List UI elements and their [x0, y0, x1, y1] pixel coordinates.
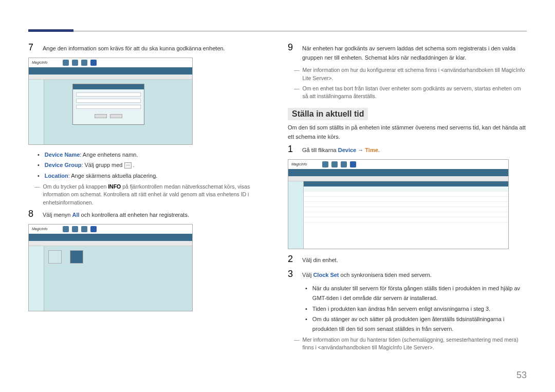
- note-time-text: Mer information om hur du hanterar tiden…: [303, 336, 527, 352]
- s1a: Gå till flikarna: [302, 147, 338, 153]
- text-device-group-b: .: [132, 162, 135, 168]
- step-7: 7 Ange den information som krävs för att…: [28, 43, 267, 53]
- left-column: 7 Ange den information som krävs för att…: [28, 25, 267, 354]
- s3b: Clock Set: [313, 272, 339, 278]
- header-accent: [28, 29, 73, 32]
- sb3: Om du stänger av och sätter på produkten…: [312, 314, 527, 333]
- note-info: Om du trycker på knappen INFO på fjärrko…: [28, 183, 267, 207]
- s1d: Time: [365, 147, 378, 153]
- step-text: Välj Clock Set och synkronisera tiden me…: [302, 269, 527, 280]
- section-heading: Ställa in aktuell tid: [288, 108, 368, 120]
- step8-b: All: [72, 212, 79, 218]
- bullet-location: Location: Ange skärmens aktuella placeri…: [28, 171, 267, 181]
- note-info-b: INFO: [108, 183, 121, 190]
- ellipsis-icon: ⋯: [124, 162, 132, 169]
- step-number: 3: [288, 269, 296, 279]
- note-schema: Mer information om hur du konfigurerar e…: [288, 66, 527, 83]
- page-number: 53: [516, 370, 527, 381]
- sb1: När du ansluter till servern för första …: [312, 284, 527, 303]
- text-device-group-a: : Välj grupp med: [81, 162, 124, 168]
- text-device-name: : Ange enhetens namn.: [80, 152, 138, 158]
- bullet-device-group: Device Group: Välj grupp med ⋯ .: [28, 160, 267, 170]
- step-3: 3 Välj Clock Set och synkronisera tiden …: [288, 269, 527, 280]
- s1b: Device: [338, 147, 356, 153]
- step-8: 8 Välj menyn All och kontrollera att enh…: [28, 209, 267, 220]
- s1e: .: [378, 147, 380, 153]
- sb2: Tiden i produkten kan ändras från server…: [312, 304, 490, 314]
- step-text: Gå till flikarna Device → Time.: [302, 144, 527, 155]
- sub-bullet-3: Om du stänger av och sätter på produkten…: [288, 314, 527, 333]
- sub-bullet-1: När du ansluter till servern för första …: [288, 284, 527, 303]
- step-2: 2 Välj din enhet.: [288, 254, 527, 265]
- note-remove: Om en enhet tas bort från listan över en…: [288, 85, 527, 101]
- step-text: Välj din enhet.: [302, 254, 527, 265]
- screenshot-approve: MagicInfo: [28, 58, 193, 145]
- right-column: 9 När enheten har godkänts av servern la…: [288, 25, 527, 354]
- ss-brand: MagicInfo: [32, 61, 47, 64]
- label-device-name: Device Name: [45, 152, 80, 158]
- step-number: 2: [288, 254, 296, 265]
- ss-brand: MagicInfo: [32, 227, 47, 231]
- note-info-a: Om du trycker på knappen: [43, 183, 108, 190]
- s3c: och synkronisera tiden med servern.: [339, 272, 432, 278]
- section-intro: Om den tid som ställts in på enheten int…: [288, 123, 527, 141]
- screenshot-time: MagicInfo: [288, 159, 509, 249]
- step-1: 1 Gå till flikarna Device → Time.: [288, 144, 527, 155]
- bullet-device-name: Device Name: Ange enhetens namn.: [28, 150, 267, 160]
- label-device-group: Device Group: [45, 162, 82, 168]
- note-remove-text: Om en enhet tas bort från listan över en…: [303, 85, 527, 101]
- step-number: 9: [288, 43, 296, 53]
- step-number: 1: [288, 144, 296, 155]
- s3a: Välj: [302, 272, 313, 278]
- page-body: 7 Ange den information som krävs för att…: [0, 0, 555, 364]
- step-text: När enheten har godkänts av servern ladd…: [302, 43, 527, 62]
- screenshot-all: MagicInfo: [28, 224, 193, 311]
- note-time: Mer information om hur du hanterar tiden…: [288, 336, 527, 352]
- s1c: →: [356, 147, 365, 153]
- note-schema-text: Mer information om hur du konfigurerar e…: [303, 66, 527, 83]
- step8-c: och kontrollera att enheten har registre…: [80, 212, 189, 218]
- step-9: 9 När enheten har godkänts av servern la…: [288, 43, 527, 62]
- step-text: Ange den information som krävs för att d…: [43, 43, 267, 53]
- step-number: 7: [28, 43, 36, 53]
- text-location: : Ange skärmens aktuella placering.: [68, 173, 158, 179]
- step-text: Välj menyn All och kontrollera att enhet…: [43, 209, 267, 220]
- step8-a: Välj menyn: [43, 212, 72, 218]
- ss-brand: MagicInfo: [291, 162, 307, 166]
- label-location: Location: [45, 173, 68, 179]
- step-number: 8: [28, 209, 36, 219]
- sub-bullet-2: Tiden i produkten kan ändras från server…: [288, 304, 527, 314]
- header-rule: [28, 31, 527, 31]
